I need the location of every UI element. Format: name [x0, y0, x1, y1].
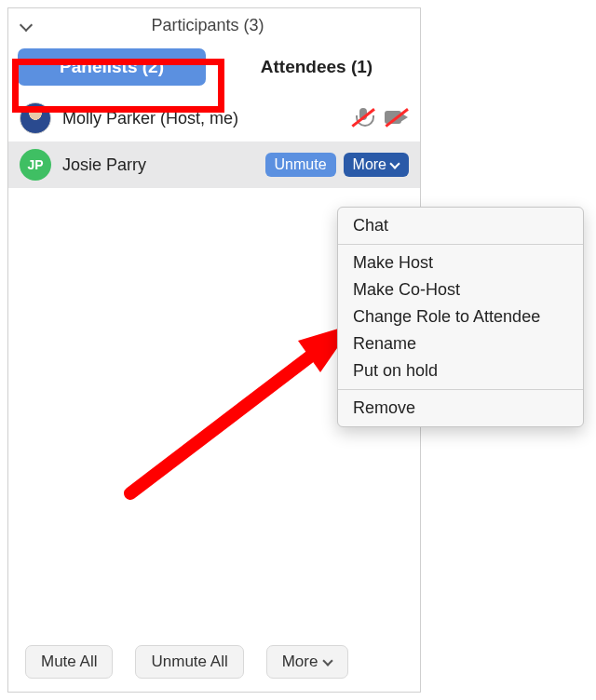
more-dropdown-menu: Chat Make Host Make Co-Host Change Role … — [337, 207, 584, 427]
tabs-row: Panelists (2) Attendees (1) — [8, 41, 420, 95]
participant-name: Molly Parker (Host, me) — [62, 109, 340, 128]
bottom-bar: Mute All Unmute All More — [8, 632, 420, 692]
mic-muted-icon[interactable] — [351, 108, 375, 128]
unmute-label: Unmute — [275, 156, 327, 173]
avatar: JP — [20, 149, 51, 181]
cam-off-icon[interactable] — [385, 108, 409, 128]
menu-item-make-host[interactable]: Make Host — [338, 249, 583, 276]
menu-item-remove[interactable]: Remove — [338, 395, 583, 422]
menu-item-chat[interactable]: Chat — [338, 212, 583, 239]
mute-all-label: Mute All — [41, 653, 97, 671]
tab-attendees-label: Attendees (1) — [261, 57, 372, 76]
panel-header: Participants (3) — [8, 8, 420, 41]
mute-all-button[interactable]: Mute All — [25, 645, 113, 679]
chevron-down-icon — [323, 657, 332, 666]
collapse-icon[interactable] — [20, 20, 33, 33]
more-label: More — [353, 156, 386, 173]
menu-item-change-role[interactable]: Change Role to Attendee — [338, 303, 583, 330]
participant-row[interactable]: JP Josie Parry Unmute More — [8, 141, 420, 188]
participant-row[interactable]: Molly Parker (Host, me) — [8, 95, 420, 141]
participant-name: Josie Parry — [62, 155, 254, 175]
tab-attendees[interactable]: Attendees (1) — [223, 48, 411, 86]
status-icons — [351, 108, 409, 128]
menu-separator — [338, 244, 583, 245]
unmute-all-label: Unmute All — [151, 653, 227, 671]
tab-panelists[interactable]: Panelists (2) — [18, 48, 206, 86]
tab-panelists-label: Panelists (2) — [60, 57, 164, 76]
menu-separator — [338, 389, 583, 390]
menu-item-make-co-host[interactable]: Make Co-Host — [338, 276, 583, 303]
row-actions: Unmute More — [265, 153, 409, 177]
menu-item-rename[interactable]: Rename — [338, 330, 583, 357]
panel-title: Participants (3) — [33, 16, 383, 35]
unmute-button[interactable]: Unmute — [265, 153, 336, 177]
menu-item-put-on-hold[interactable]: Put on hold — [338, 357, 583, 384]
bottom-more-label: More — [282, 653, 318, 671]
unmute-all-button[interactable]: Unmute All — [135, 645, 243, 679]
more-button[interactable]: More — [344, 153, 409, 177]
avatar-initials: JP — [27, 157, 43, 172]
chevron-down-icon — [390, 160, 400, 169]
avatar — [20, 102, 51, 134]
bottom-more-button[interactable]: More — [266, 645, 349, 679]
